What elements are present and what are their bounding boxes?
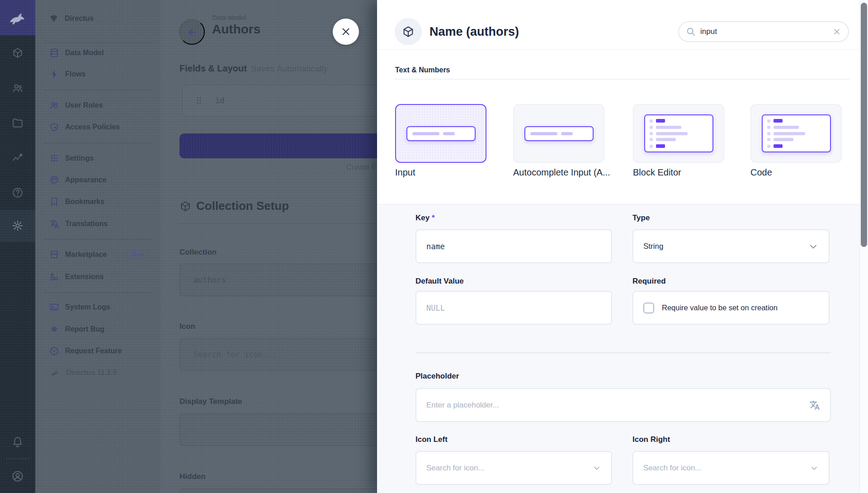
category-shapes-icon: [49, 272, 59, 282]
fields-layout-heading: Fields & Layout: [179, 63, 247, 74]
interface-card-code[interactable]: [750, 104, 842, 163]
type-select[interactable]: String: [632, 229, 830, 263]
sidebar-item-access-policies[interactable]: Access Policies: [35, 117, 160, 137]
sidebar-item-label: Appearance: [65, 176, 107, 184]
translate-icon[interactable]: [809, 400, 820, 411]
sidebar-item-label: Extensions: [65, 273, 104, 281]
drag-handle-icon[interactable]: [194, 95, 203, 105]
close-drawer-button[interactable]: [333, 19, 359, 45]
project-header[interactable]: Directus: [35, 8, 160, 29]
translate-icon: [49, 219, 59, 229]
interface-search: [678, 21, 849, 42]
terminal-icon: [49, 302, 59, 312]
close-icon: [340, 26, 352, 38]
sidebar-item-label: Bookmarks: [65, 198, 104, 206]
directus-logo-tile[interactable]: [0, 0, 35, 35]
back-button[interactable]: [179, 19, 205, 45]
sidebar-item-request-feature[interactable]: Request Feature: [35, 341, 160, 361]
sidebar-item-label: Flows: [65, 70, 85, 78]
nav-divider: [44, 292, 151, 293]
directus-rabbit-logo-icon: [7, 10, 28, 25]
cube-icon: [179, 200, 191, 212]
input-preview: [524, 126, 594, 141]
module-users-icon[interactable]: [0, 77, 35, 99]
required-field: Require value to be set on creation: [632, 291, 830, 325]
drawer-avatar: [395, 18, 422, 45]
interface-card-block-editor[interactable]: [633, 104, 724, 163]
palette-icon: [49, 175, 59, 185]
icon-right-select[interactable]: [632, 451, 830, 485]
interface-card-input[interactable]: [395, 104, 486, 163]
bookmark-icon: [49, 197, 59, 207]
module-insights-chart-icon[interactable]: [0, 147, 35, 169]
storefront-icon: [49, 250, 59, 260]
default-value-input[interactable]: [426, 303, 601, 313]
shield-icon: [49, 122, 59, 132]
module-help-icon[interactable]: [0, 182, 35, 204]
nav-divider: [44, 239, 151, 240]
placeholder-input[interactable]: [426, 401, 809, 410]
sidebar-item-system-logs[interactable]: System Logs: [35, 297, 160, 318]
form-divider: [415, 352, 831, 353]
drawer-header: Name (authors): [377, 0, 868, 50]
notifications-bell-icon[interactable]: [0, 431, 35, 453]
nav-divider: [44, 90, 151, 90]
rabbit-small-icon: [49, 369, 60, 376]
sidebar-item-version: Directus 11.3.5: [35, 362, 160, 383]
sidebar-item-label: Report Bug: [65, 325, 104, 333]
autosave-note: Saves Automatically: [251, 64, 328, 74]
account-avatar-icon[interactable]: [0, 465, 35, 487]
required-label: Required: [632, 277, 666, 286]
required-checkbox-label[interactable]: Require value to be set on creation: [662, 303, 778, 312]
icon-left-select[interactable]: [415, 451, 612, 485]
sidebar-item-user-roles[interactable]: User Roles: [35, 95, 160, 116]
interface-label-autocomplete: Autocomplete Input (A...: [513, 167, 630, 178]
key-input[interactable]: [426, 242, 601, 251]
settings-sidebar: Directus Data Model Flows User Roles Acc…: [35, 0, 160, 493]
required-checkbox[interactable]: [643, 303, 654, 313]
interface-card-autocomplete[interactable]: [513, 104, 604, 163]
sidebar-item-label: Settings: [65, 154, 94, 162]
chevron-down-icon: [592, 464, 601, 473]
module-settings-gear-icon[interactable]: [0, 215, 35, 237]
drawer-scrollbar-thumb[interactable]: [861, 3, 867, 247]
nav-divider: [44, 142, 151, 143]
sidebar-item-label: Marketplace: [65, 251, 107, 259]
sidebar-item-marketplace[interactable]: Marketplace Beta: [35, 244, 160, 265]
sidebar-item-settings[interactable]: Settings: [35, 148, 160, 169]
sidebar-item-translations[interactable]: Translations: [35, 213, 160, 234]
icon-left-input[interactable]: [426, 464, 592, 473]
search-input[interactable]: [700, 27, 828, 36]
sidebar-item-data-model[interactable]: Data Model: [35, 43, 160, 63]
display-template-label: Display Template: [179, 397, 242, 406]
drawer-scrollbar-track[interactable]: [859, 0, 868, 493]
icon-right-label: Icon Right: [632, 435, 670, 444]
module-content-cube-icon[interactable]: [0, 42, 35, 64]
chevron-down-icon: [808, 241, 819, 252]
sidebar-item-bookmarks[interactable]: Bookmarks: [35, 191, 160, 212]
database-icon: [49, 48, 59, 58]
sidebar-item-extensions[interactable]: Extensions: [35, 266, 160, 287]
field-name: id: [215, 96, 224, 105]
sidebar-item-label: System Logs: [65, 303, 110, 311]
tune-sliders-icon: [49, 153, 59, 163]
page-title: Authors: [212, 22, 260, 37]
sidebar-item-appearance[interactable]: Appearance: [35, 170, 160, 190]
verified-badge-icon: [49, 346, 59, 356]
interface-label-code: Code: [750, 167, 850, 178]
editor-preview: [644, 114, 713, 152]
clear-search-icon[interactable]: [832, 27, 841, 36]
collection-label: Collection: [179, 248, 217, 257]
drawer-body: Text & Numbers: [377, 50, 868, 493]
sidebar-item-label: Request Feature: [65, 347, 122, 355]
project-name: Directus: [65, 14, 94, 23]
sidebar-item-report-bug[interactable]: Report Bug: [35, 319, 160, 340]
module-files-folder-icon[interactable]: [0, 112, 35, 134]
interface-group-label: Text & Numbers: [395, 66, 450, 74]
people-icon: [49, 100, 59, 110]
placeholder-label: Placeholder: [415, 372, 459, 381]
module-bar: [0, 0, 35, 493]
collection-setup-title: Collection Setup: [196, 199, 289, 213]
sidebar-item-flows[interactable]: Flows: [35, 64, 160, 85]
icon-right-input[interactable]: [643, 464, 810, 473]
